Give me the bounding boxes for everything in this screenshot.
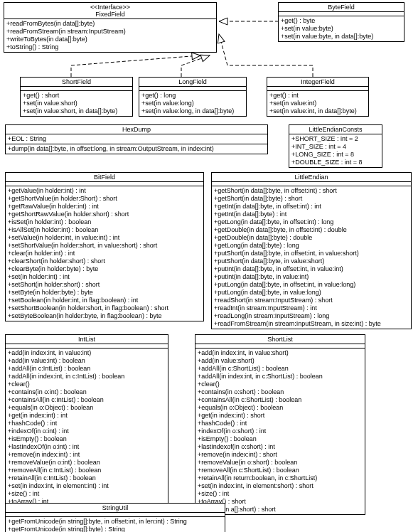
methods: +get() : int+set(in value:int)+set(in va… [267, 91, 368, 116]
member-line: +setShortValue(in holder:short, in value… [8, 242, 201, 250]
member-line: +get() : byte [281, 17, 402, 25]
member-line: +clear() [8, 381, 166, 388]
member-line: +get() : int [269, 92, 366, 100]
member-line: +dump(in data[]:byte, in offset:long, in… [8, 145, 265, 153]
member-line: +set(in value:int, in data[]:byte) [269, 107, 366, 115]
class-littleendian: LittleEndian +getShort(in data[]:byte, i… [211, 172, 412, 329]
methods: +add(in index:int, in value:short)+add(i… [195, 349, 365, 514]
member-line: +addAll(in index:int, in c:IntList) : bo… [8, 373, 166, 381]
member-line: +addAll(in c:IntList) : boolean [8, 365, 166, 373]
class-title: ShortList [195, 335, 365, 344]
methods: +getValue(in holder:int) : int+getShortV… [6, 186, 203, 321]
member-line: +retainAll(in c:IntList) : boolean [8, 474, 166, 482]
member-line: +add(in index:int, in value:int) [8, 349, 166, 357]
member-line: +LONG_SIZE : int = 8 [291, 151, 380, 159]
member-line: +lastIndexOf(in o:int) : int [8, 443, 166, 451]
class-littleendianconsts: LittleEndianConsts +SHORT_SIZE : int = 2… [289, 124, 382, 168]
member-line: +putShort(in data[]:byte, in value:short… [214, 257, 409, 265]
attrs: +EOL : String [6, 134, 267, 144]
member-line: +retainAll(in return:boolean, in c:Short… [198, 474, 363, 482]
member-line: +set(in value:byte) [281, 25, 402, 33]
member-line: +writeToBytes(in data[]:byte) [6, 36, 214, 43]
member-line: +addAll(in c:ShortList) : boolean [198, 365, 363, 373]
member-line: +getInt(in data[]:byte) : int [214, 211, 409, 218]
member-line: +get() : short [23, 92, 130, 100]
member-line: +set(in value:short, in data[]:byte) [23, 107, 130, 115]
member-line: +clearShort(in holder:short) : short [8, 257, 201, 265]
member-line: +isSet(in holder:int) : boolean [8, 218, 201, 226]
member-line: +add(in index:int, in value:short) [198, 349, 363, 357]
class-integerfield: IntegerField +get() : int+set(in value:i… [267, 77, 369, 117]
member-line: +setShortBoolean(in holder:short, in fla… [8, 304, 201, 312]
member-line: +removeValue(in o:short) : boolean [198, 459, 363, 467]
member-line: +removeAll(in c:IntList) : boolean [8, 467, 166, 474]
member-line: +readFromBytes(in data[]:byte) [6, 20, 214, 28]
member-line: +set(in value:long) [141, 100, 244, 107]
member-line: +isEmpty() : boolean [8, 435, 166, 443]
member-line: +isEmpty() : boolean [198, 435, 363, 443]
member-line: +equals(in o:Object) : boolean [198, 404, 363, 412]
member-line: +INT_SIZE : int = 4 [291, 143, 380, 151]
class-title: LittleEndian [212, 173, 411, 182]
member-line: +toString() : String [6, 43, 214, 51]
member-line: +add(in value:short) [198, 357, 363, 365]
member-line: +readShort(in stream:InputStream) : shor… [214, 297, 409, 304]
class-title: IntList [6, 335, 168, 344]
member-line: +putShort(in data[]:byte, in offset:int,… [214, 250, 409, 257]
member-line: +clearByte(in holder:byte) : byte [8, 265, 201, 273]
class-stringutil: StringUtil +getFromUnicode(in string[]:b… [5, 503, 225, 532]
class-hexdump: HexDump +EOL : String +dump(in data[]:by… [5, 124, 268, 154]
member-line: +set(in value:long, in data[]:byte) [141, 107, 244, 115]
member-line: +putLong(in data[]:byte, in offset:int, … [214, 281, 409, 289]
member-line: +indexOf(in o:short) : int [198, 427, 363, 435]
member-line: +readInt(in stream:InputStream) : int [214, 304, 409, 312]
methods: +get() : byte+set(in value:byte)+set(in … [279, 16, 404, 41]
member-line: +remove(in index:int) : short [198, 451, 363, 459]
member-line: +containsAll(in c:IntList) : boolean [8, 396, 166, 404]
member-line: +setByteBoolean(in holder:byte, in flag:… [8, 312, 201, 320]
member-line: +getRawValue(in holder:int) : int [8, 203, 201, 211]
attrs: +SHORT_SIZE : int = 2+INT_SIZE : int = 4… [289, 134, 382, 167]
member-line: +clear() [198, 381, 363, 388]
class-title: FixedField [6, 11, 214, 18]
member-line: +equals(in o:Object) : boolean [8, 404, 166, 412]
member-line: +containsAll(in c:ShortList) : boolean [198, 396, 363, 404]
member-line: +getFromUnicode(in string[]:byte, in off… [8, 518, 223, 526]
member-line: +getLong(in data[]:byte) : long [214, 242, 409, 250]
class-title: HexDump [6, 125, 267, 134]
member-line: +SHORT_SIZE : int = 2 [291, 135, 380, 143]
member-line: +readLong(in stream:InputStream) : long [214, 312, 409, 320]
member-line: +set(in index:int, in element:int) : int [8, 482, 166, 490]
member-line: +setBoolean(in holder:int, in flag:boole… [8, 297, 201, 304]
member-line: +getDouble(in data[]:byte) : double [214, 234, 409, 242]
member-line: +set(in index:int, in element:short) : s… [198, 482, 363, 490]
member-line: +set(in value:int) [269, 100, 366, 107]
member-line: +DOUBLE_SIZE : int = 8 [291, 159, 380, 166]
member-line: +hashCode() : int [8, 420, 166, 427]
member-line: +size() : int [8, 490, 166, 498]
member-line: +removeValue(in o:int) : boolean [8, 459, 166, 467]
member-line: +lastIndexof(in o:short) : int [198, 443, 363, 451]
methods: +readFromBytes(in data[]:byte)+readFromS… [4, 19, 216, 52]
methods: +getFromUnicode(in string[]:byte, in off… [6, 517, 225, 532]
member-line: +add(in value:int) : boolean [8, 357, 166, 365]
member-line: +readFromStream(in stream:InputStream) [6, 28, 214, 36]
member-line: +get() : long [141, 92, 244, 100]
member-line: +putLong(in data[]:byte, in value:long) [214, 289, 409, 297]
class-title: IntegerField [267, 78, 368, 87]
class-title: ShortField [21, 78, 132, 87]
member-line: +removeAll(in c:ShortList) : boolean [198, 467, 363, 474]
member-line: +getFromUnicode(in string[]:byte) : Stri… [8, 526, 223, 532]
member-line: +get(in index:int) : int [8, 412, 166, 420]
member-line: +contains(in o:int) : boolean [8, 388, 166, 396]
member-line: +setByte(in holder:byte) : byte [8, 289, 201, 297]
member-line: +set(in holder:int) : int [8, 273, 201, 281]
class-fixedfield: <<Interface>> FixedField +readFromBytes(… [4, 2, 217, 53]
member-line: +isAllSet(in holder:int) : boolean [8, 226, 201, 234]
member-line: +set(in value:byte, in data[]:byte) [281, 33, 402, 41]
member-line: +get(in index:int) : short [198, 412, 363, 420]
methods: +add(in index:int, in value:int)+add(in … [6, 349, 168, 514]
member-line: +EOL : String [8, 135, 265, 143]
class-bytefield: ByteField +get() : byte+set(in value:byt… [278, 2, 404, 42]
member-line: +getShort(in data[]:byte, in offset:int)… [214, 187, 409, 195]
